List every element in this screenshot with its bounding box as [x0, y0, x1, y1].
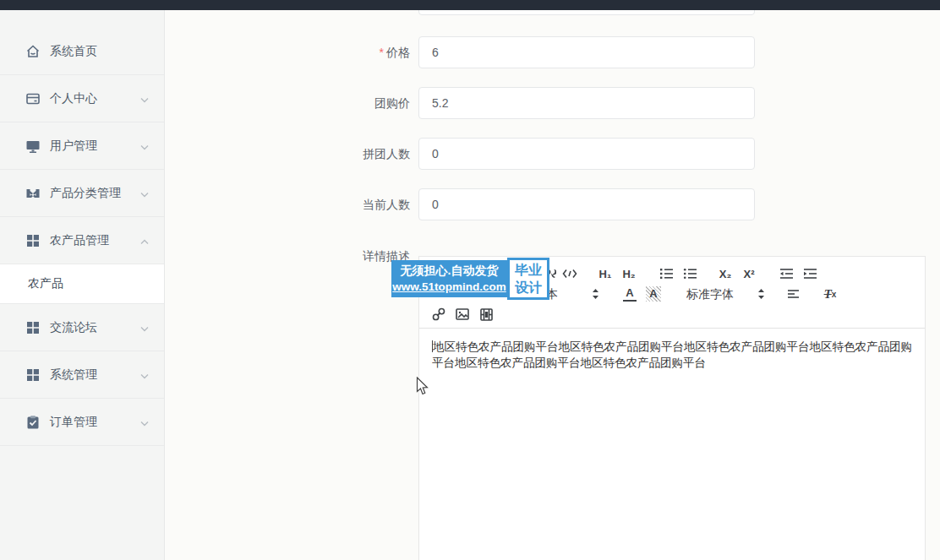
header1-button[interactable]: H₁	[595, 265, 615, 282]
clipboard-icon	[25, 415, 41, 430]
sidebar-item-profile[interactable]: 个人中心	[0, 75, 164, 122]
sidebar-item-label: 个人中心	[50, 91, 97, 106]
group-size-input[interactable]	[418, 138, 755, 170]
sidebar-item-farm-products[interactable]: 农产品管理	[0, 217, 164, 264]
link-icon[interactable]	[429, 306, 449, 323]
group-size-label: 拼团人数	[300, 138, 410, 170]
watermark-url: www.51topmind.com	[391, 279, 507, 296]
sidebar-item-label: 交流论坛	[50, 320, 97, 335]
sidebar-item-home[interactable]: 系统首页	[0, 28, 164, 75]
sidebar-item-label: 系统管理	[50, 367, 97, 383]
top-bar	[0, 0, 940, 10]
card-icon	[25, 91, 41, 106]
editor-content-area[interactable]: 地区特色农产品团购平台地区特色农产品团购平台地区特色农产品团购平台地区特色农产品…	[419, 329, 926, 381]
size-picker-arrows-icon[interactable]	[585, 285, 605, 302]
grid-icon	[25, 367, 41, 383]
app-window: 系统首页 个人中心 用户管理	[0, 0, 940, 560]
group-price-label: 团购价	[300, 87, 410, 119]
required-asterisk: *	[380, 46, 384, 59]
sidebar-subitem-label: 农产品	[28, 276, 63, 291]
chevron-down-icon	[140, 416, 149, 429]
sidebar-item-orders[interactable]: 订单管理	[0, 399, 164, 446]
monitor-icon	[25, 139, 41, 154]
price-label: *价格	[300, 36, 410, 68]
group-price-input[interactable]	[418, 87, 755, 119]
sidebar-subitem-farm-product[interactable]: 农产品	[0, 264, 164, 304]
watermark-badge-line2: 设计	[510, 279, 547, 296]
home-icon	[25, 44, 41, 59]
chevron-down-icon	[140, 368, 149, 382]
mouse-cursor	[416, 377, 430, 400]
chevron-up-icon	[140, 234, 149, 247]
watermark-badge: 毕业 设计	[507, 258, 549, 300]
sidebar-item-forum[interactable]: 交流论坛	[0, 304, 164, 351]
image-icon[interactable]	[452, 306, 473, 323]
subscript-button[interactable]: X₂	[715, 265, 735, 282]
chevron-down-icon	[140, 92, 149, 106]
watermark-badge-line1: 毕业	[510, 261, 547, 279]
bullet-list-icon[interactable]	[680, 265, 700, 282]
text-color-icon[interactable]: A	[620, 285, 640, 302]
outdent-icon[interactable]	[776, 265, 796, 282]
rich-text-editor: H₁ H₂ X₂ X²	[418, 256, 926, 560]
main-content: *价格 团购价 拼团人数 当前人数 详情描述	[165, 10, 940, 560]
film-icon	[25, 186, 41, 201]
code-block-icon[interactable]	[560, 265, 580, 282]
editor-text: 地区特色农产品团购平台地区特色农产品团购平台地区特色农产品团购平台地区特色农产品…	[432, 340, 912, 369]
watermark-line1: 无须担心.自动发货	[391, 262, 507, 279]
clear-format-icon[interactable]: Tx	[820, 285, 840, 302]
sidebar-item-product-categories[interactable]: 产品分类管理	[0, 170, 164, 217]
chevron-down-icon	[140, 187, 149, 200]
grid-icon	[25, 233, 41, 248]
sidebar-item-label: 订单管理	[50, 415, 97, 430]
sidebar-item-label: 系统首页	[50, 44, 97, 59]
current-count-input[interactable]	[418, 188, 755, 220]
sidebar-item-users[interactable]: 用户管理	[0, 122, 164, 170]
sidebar-item-label: 农产品管理	[50, 233, 109, 248]
chevron-down-icon	[140, 139, 149, 153]
font-picker-arrows-icon[interactable]	[751, 285, 771, 302]
sidebar-item-label: 用户管理	[50, 139, 97, 154]
sidebar-item-label: 产品分类管理	[50, 186, 121, 201]
header2-button[interactable]: H₂	[619, 265, 639, 282]
sidebar: 系统首页 个人中心 用户管理	[0, 10, 165, 560]
watermark-ad-overlay[interactable]: 无须担心.自动发货 www.51topmind.com 毕业 设计	[391, 260, 549, 300]
chevron-down-icon	[140, 321, 149, 334]
font-picker-label[interactable]: 标准字体	[686, 285, 734, 302]
sidebar-menu: 系统首页 个人中心 用户管理	[0, 10, 164, 446]
align-icon[interactable]	[783, 285, 803, 302]
superscript-button[interactable]: X²	[739, 265, 759, 282]
background-color-icon[interactable]: A	[643, 285, 664, 302]
grid-icon	[25, 320, 41, 335]
ordered-list-icon[interactable]	[656, 265, 676, 282]
indent-icon[interactable]	[800, 265, 820, 282]
watermark-text: 无须担心.自动发货 www.51topmind.com	[391, 260, 507, 297]
current-count-label: 当前人数	[300, 188, 410, 220]
price-input[interactable]	[418, 36, 755, 68]
sidebar-item-system[interactable]: 系统管理	[0, 351, 164, 399]
video-icon[interactable]	[476, 306, 496, 323]
previous-field-input[interactable]	[418, 10, 755, 15]
